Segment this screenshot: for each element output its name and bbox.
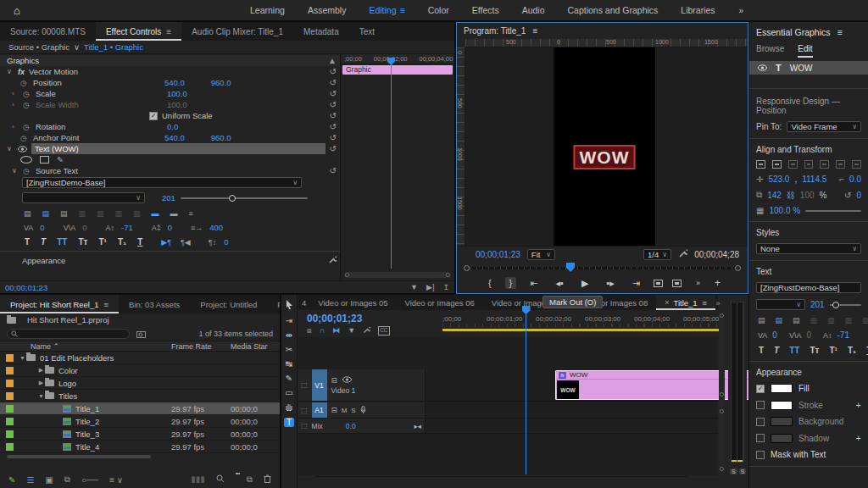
baseline-shift-value[interactable]: 0 (168, 223, 172, 232)
tab-partial[interactable]: 4 (298, 295, 309, 310)
timeline-settings-icon[interactable] (363, 326, 370, 336)
mute-button[interactable]: M (342, 407, 348, 414)
label-chip[interactable] (6, 430, 14, 438)
extract-button[interactable] (672, 280, 682, 287)
eg-font-style-dropdown[interactable]: ∨ (756, 299, 805, 310)
label-chip[interactable] (6, 392, 14, 400)
justify-left-icon[interactable]: ▥ (809, 316, 820, 324)
justify-center-icon[interactable]: ▥ (826, 316, 837, 324)
item-row-title3[interactable]: Title_3 29.97 fps 00;00;0 (0, 428, 280, 441)
lock-icon[interactable]: ⬚ (301, 422, 308, 430)
eg-leading-value[interactable]: -71 (837, 330, 849, 340)
bin-row-edit-placeholders[interactable]: ▼ 01 Edit Placeholders (0, 352, 280, 364)
subscript-icon[interactable]: T₁ (115, 237, 129, 247)
anchor-x-value[interactable]: 540.0 (164, 133, 185, 142)
bin-row-color[interactable]: ▶ Color (0, 364, 280, 377)
program-playhead[interactable] (566, 263, 575, 272)
mix-track-header[interactable]: ⬚ Mix 0.0 ▸◂ (298, 419, 426, 433)
title-text-overlay[interactable]: WOW (574, 145, 636, 169)
stroke-checkbox[interactable] (756, 401, 765, 409)
tab-bin-assets[interactable]: Bin: 03 Assets (119, 295, 190, 313)
workspace-libraries[interactable]: Libraries (681, 5, 715, 15)
justify-full-icon[interactable]: ▥ (860, 316, 868, 324)
video-frame[interactable]: WOW (554, 47, 655, 246)
all-caps-icon[interactable]: TT (787, 346, 802, 355)
align-center-icon[interactable]: ▤ (41, 209, 52, 218)
eg-position-x[interactable]: 523.0 (768, 175, 789, 184)
play-in-to-out-icon[interactable]: ▶] (426, 283, 434, 291)
toggle-track-output-icon[interactable] (342, 376, 352, 385)
all-caps-icon[interactable]: TT (54, 237, 70, 247)
ltr-paragraph-icon[interactable]: ▶¶ (159, 238, 173, 247)
twirl-icon[interactable]: ∨ (7, 68, 14, 75)
go-to-out-button[interactable]: ⇥ (628, 277, 644, 290)
superscript-icon[interactable]: T¹ (96, 237, 108, 247)
ellipse-tool-icon[interactable] (20, 156, 32, 164)
ec-playhead-line[interactable] (391, 64, 392, 269)
stopwatch-icon[interactable]: ◷ (20, 79, 29, 87)
bin-row-titles[interactable]: ▼ Titles (0, 390, 280, 402)
small-caps-icon[interactable]: Tᴛ (807, 346, 821, 355)
twirl-icon[interactable]: ∨ (7, 145, 14, 152)
twirl-icon[interactable]: ▼ (19, 355, 26, 361)
small-caps-icon[interactable]: Tᴛ (75, 237, 90, 247)
bold-icon[interactable]: T (756, 346, 766, 355)
eg-rotate-value[interactable]: 0 (856, 191, 861, 200)
icon-view-icon[interactable]: ▣ (45, 475, 53, 485)
workspace-editing[interactable]: Editing≡ (369, 5, 404, 15)
stopwatch-icon[interactable]: ◷ (23, 90, 31, 98)
italic-icon[interactable]: T (771, 346, 782, 355)
program-timecode[interactable]: 00;00;01;23 (476, 250, 520, 259)
v1-track-header[interactable]: ⬚ V1 ⊟ Video 1 (298, 369, 426, 401)
reset-icon[interactable]: ↺ (330, 111, 340, 120)
mask-with-text-checkbox[interactable] (756, 451, 765, 459)
stopwatch-icon[interactable]: ◷ (20, 134, 29, 142)
position-y-value[interactable]: 960.0 (211, 78, 231, 87)
twirl-icon[interactable]: ▼ (37, 393, 45, 399)
label-chip[interactable] (6, 443, 14, 451)
a1-source-patch[interactable]: A1 (312, 402, 327, 418)
label-chip[interactable] (6, 354, 14, 362)
text-top-align-icon[interactable]: ▬ (150, 209, 161, 218)
eg-layer-row[interactable]: T WOW (749, 61, 868, 75)
mix-track[interactable]: ⬚ Mix 0.0 ▸◂ (298, 419, 718, 434)
font-size-slider[interactable] (181, 197, 308, 199)
subscript-icon[interactable]: T₁ (845, 346, 859, 355)
selection-tool[interactable] (286, 300, 293, 311)
effect-vector-motion[interactable]: ∨ fx Vector Motion ↺ (0, 66, 340, 77)
eg-position-y[interactable]: 1114.5 (802, 175, 826, 184)
solo-button[interactable]: S (351, 407, 355, 414)
collapse-icon[interactable]: ▲ (328, 56, 340, 65)
label-chip[interactable] (6, 418, 14, 425)
background-checkbox[interactable] (756, 418, 765, 426)
zoom-handle-right[interactable] (735, 265, 741, 271)
meter-solo-left[interactable]: S (730, 469, 737, 474)
item-row-title4[interactable]: Title_4 29.97 fps 00;00;0 (0, 441, 280, 453)
align-right-edge-icon[interactable] (820, 160, 829, 169)
sort-icons-icon[interactable]: ≡ ∨ (109, 475, 123, 485)
tab-source-monitor[interactable]: Source: 00008.MTS (0, 22, 96, 41)
background-swatch[interactable] (771, 417, 793, 426)
eg-anchor-rotation[interactable]: 0.0 (849, 175, 861, 184)
v1-track-name[interactable]: Video 1 (331, 386, 356, 395)
reset-icon[interactable]: ↺ (330, 78, 340, 87)
align-left-icon[interactable]: ▤ (22, 209, 33, 218)
align-v-center-icon[interactable] (772, 160, 782, 169)
timeline-hscrollbar[interactable] (315, 476, 687, 488)
align-left-icon[interactable]: ▤ (756, 316, 767, 324)
fill-swatch[interactable] (771, 384, 793, 393)
align-top-edge-icon[interactable] (836, 160, 845, 169)
workspace-menu-icon[interactable]: ≡ (400, 5, 405, 15)
voiceover-mic-icon[interactable] (360, 406, 366, 415)
tab-video-images-06[interactable]: Video or Images 06 (397, 295, 483, 310)
rect-tool-icon[interactable] (40, 156, 49, 164)
tracking-value[interactable]: 0 (40, 223, 44, 232)
project-column-headers[interactable]: Name ⌃ Frame Rate Media Star (0, 341, 280, 352)
lift-button[interactable] (654, 280, 663, 287)
panel-menu-icon[interactable]: ≡ (532, 26, 537, 36)
stroke-swatch[interactable] (771, 401, 793, 410)
lock-icon[interactable]: ⬚ (301, 407, 308, 414)
item-row-title1[interactable]: Title_1 29.97 fps 00;00;0 (0, 402, 280, 415)
eye-icon[interactable] (18, 146, 27, 152)
twirl-icon[interactable]: › (12, 90, 19, 97)
